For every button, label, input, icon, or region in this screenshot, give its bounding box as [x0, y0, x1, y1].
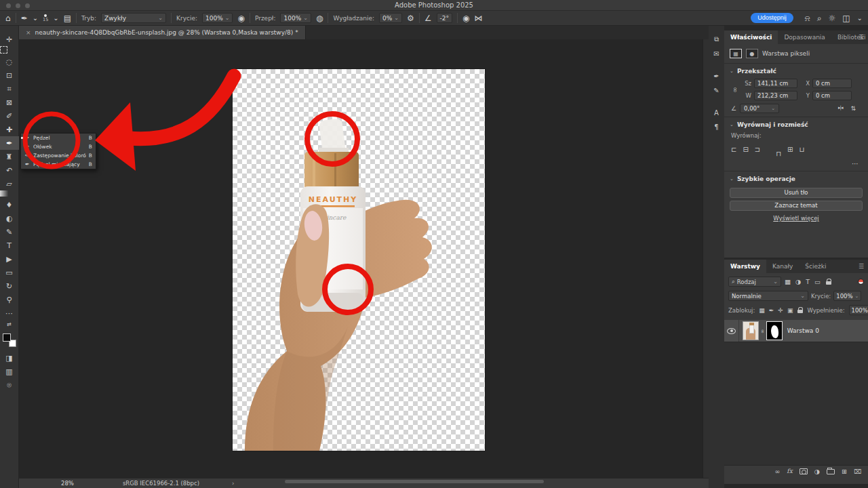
flip-horizontal-icon[interactable]: ▸|◂	[838, 105, 842, 112]
pixel-layer-thumb-icon[interactable]: ▦	[730, 49, 742, 58]
crop-tool[interactable]: ⌗	[0, 82, 19, 96]
select-subject-button[interactable]: Zaznacz temat	[730, 201, 863, 211]
quick-mask-icon[interactable]: ◨	[0, 351, 19, 365]
chevron-down-icon[interactable]: ⌄	[857, 15, 863, 22]
layer-name[interactable]: Warstwa 0	[787, 327, 819, 334]
brush-tool[interactable]: ✒	[0, 136, 19, 150]
history-brush-tool[interactable]: ↶	[0, 163, 19, 177]
lock-paint-icon[interactable]: ✒	[769, 307, 774, 314]
dodge-tool[interactable]: ◐	[0, 211, 19, 225]
share-button[interactable]: Udostępnij	[751, 13, 793, 23]
y-input[interactable]: 0 cm	[812, 91, 852, 100]
horizontal-scrollbar[interactable]	[285, 480, 544, 483]
blend-mode-select[interactable]: Zwykły ⌄	[101, 13, 166, 23]
align-top-icon[interactable]: ⊓	[776, 150, 781, 157]
filter-toggle-icon[interactable]	[858, 279, 864, 285]
zoom-level[interactable]: 28%	[61, 480, 74, 487]
close-tab-icon[interactable]: ×	[26, 29, 31, 36]
rotate-view-tool[interactable]: ↻	[0, 279, 19, 293]
swap-colors-icon[interactable]: ⇄	[0, 320, 19, 328]
width-input[interactable]: 141,11 cm	[754, 79, 797, 88]
link-layers-icon[interactable]: ∞	[774, 468, 780, 475]
chevron-down-icon[interactable]: ⌄	[53, 15, 58, 22]
tab-layers[interactable]: Warstwy	[724, 260, 766, 273]
panel-menu-icon[interactable]: ☰	[859, 34, 864, 41]
notifications-bell-icon[interactable]: ⍾	[805, 14, 810, 22]
opacity-select[interactable]: 100% ⌄	[202, 13, 233, 23]
mask-thumb-icon[interactable]: ●	[746, 49, 758, 58]
pressure-size-icon[interactable]: ◉	[462, 14, 469, 22]
new-group-icon[interactable]	[827, 469, 835, 474]
clone-stamp-tool[interactable]: ♜	[0, 150, 19, 163]
menu-item-mixer-brush[interactable]: ✒ Pędzel mieszający B	[21, 160, 96, 169]
eraser-tool[interactable]: ▱	[0, 177, 19, 190]
clone-source-panel-icon[interactable]: ⧉	[714, 35, 719, 43]
layer-thumbnail[interactable]	[743, 321, 759, 340]
lock-artboard-icon[interactable]: ▣	[787, 307, 793, 314]
tab-adjustments[interactable]: Dopasowania	[778, 30, 831, 44]
spot-healing-brush-tool[interactable]: ✚	[0, 123, 19, 136]
delete-layer-icon[interactable]: ⌧	[854, 468, 861, 475]
discover-icon[interactable]: ☼	[829, 14, 836, 22]
align-left-icon[interactable]: ⊏	[731, 146, 736, 153]
screen-mode-icon[interactable]: ▥	[0, 365, 19, 378]
rotate-input[interactable]: 0,00° ⌄	[740, 104, 779, 113]
foreground-background-colors[interactable]	[3, 333, 16, 347]
filter-type-layers-icon[interactable]: T	[806, 278, 810, 285]
brush-settings-toggle-icon[interactable]: ▤	[64, 14, 71, 22]
brush-size-picker[interactable]: 15	[43, 14, 48, 22]
new-layer-icon[interactable]: ⊞	[842, 468, 847, 475]
align-right-icon[interactable]: ⊐	[755, 146, 760, 153]
foreground-color-swatch[interactable]	[3, 333, 11, 342]
vertical-scrollbar[interactable]	[703, 39, 709, 478]
layer-mask-thumbnail[interactable]	[766, 321, 783, 340]
brushes-panel-icon[interactable]: ✎	[713, 87, 719, 94]
character-panel-icon[interactable]: A	[714, 109, 719, 117]
document-artboard[interactable]: NEAUTHY skincare	[233, 69, 485, 451]
lock-transparency-icon[interactable]: ▦	[759, 307, 765, 314]
menu-item-color-replacement[interactable]: ✑ Zastępowanie kolorów B	[21, 151, 96, 160]
workspace-icon[interactable]: ◫	[842, 14, 850, 22]
layer-blend-mode-select[interactable]: Normalnie ⌄	[728, 291, 808, 301]
edit-toolbar-button[interactable]: ⋯	[0, 306, 19, 320]
flip-vertical-icon[interactable]: ⇅	[850, 105, 856, 112]
x-input[interactable]: 0 cm	[812, 79, 852, 88]
align-center-h-icon[interactable]: ⊟	[743, 146, 748, 153]
minimize-window-icon[interactable]	[16, 3, 20, 8]
brush-settings-panel-icon[interactable]: ✒	[713, 73, 719, 80]
shape-tool[interactable]: ▭	[0, 266, 19, 279]
align-middle-icon[interactable]: ⊞	[787, 146, 793, 153]
lock-all-icon[interactable]	[797, 307, 803, 313]
tab-channels[interactable]: Kanały	[766, 260, 799, 273]
path-selection-tool[interactable]: ▶	[0, 252, 19, 266]
panel-menu-icon[interactable]: ☰	[859, 263, 864, 270]
menu-item-pencil[interactable]: ✏ Ołówek B	[21, 142, 96, 151]
type-tool[interactable]: T	[0, 239, 19, 252]
canvas-area[interactable]: NEAUTHY skincare ✒ Pędzel B	[19, 39, 709, 478]
eyedropper-tool[interactable]: ✐	[0, 109, 19, 123]
paragraph-panel-icon[interactable]: ¶	[714, 123, 718, 131]
filter-adjustment-layers-icon[interactable]: ◑	[795, 278, 801, 285]
brush-preset-icon[interactable]: ✒	[21, 14, 28, 22]
show-more-link[interactable]: Wyświetl więcej	[724, 215, 868, 222]
add-layer-mask-icon[interactable]	[800, 468, 808, 474]
filter-smart-objects-icon[interactable]	[825, 279, 831, 285]
lasso-tool[interactable]: ◌	[0, 55, 19, 68]
pressure-opacity-icon[interactable]: ◉	[237, 14, 244, 22]
filter-pixel-layers-icon[interactable]: ▦	[785, 278, 791, 285]
document-tab[interactable]: × neauthy-skincare-4Q8DbqGbRbE-unsplash.…	[19, 26, 306, 39]
layer-style-icon[interactable]: fx	[787, 468, 792, 474]
smoothing-select[interactable]: 0% ⌄	[379, 13, 402, 23]
gradient-tool[interactable]	[0, 190, 9, 197]
tab-paths[interactable]: Ścieżki	[799, 260, 832, 273]
frame-tool[interactable]: ⊠	[0, 96, 19, 109]
link-dimensions-icon[interactable]: ∞	[732, 85, 739, 94]
close-window-icon[interactable]	[6, 3, 11, 8]
transform-section-header[interactable]: ⌄ Przekształć	[724, 64, 868, 77]
comments-panel-icon[interactable]: ✉	[713, 50, 719, 58]
tab-properties[interactable]: Właściwości	[724, 30, 778, 44]
new-adjustment-layer-icon[interactable]: ◑	[814, 468, 820, 475]
capture-icon[interactable]: ⌾	[0, 378, 19, 392]
layer-row[interactable]: ∞ Warstwa 0	[724, 320, 868, 342]
object-selection-tool[interactable]: ⊡	[0, 68, 19, 82]
